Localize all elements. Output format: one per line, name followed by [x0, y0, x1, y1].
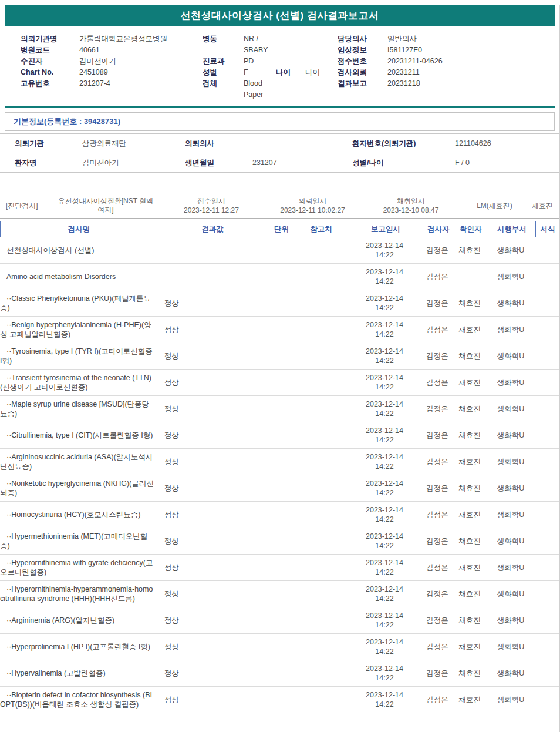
test-name: ··Tyrosinemia, type I (TYR I)(고타이로신혈증 I형… [0, 347, 156, 365]
requested-label: 의뢰일시 [267, 196, 358, 206]
field-label: Chart No. [21, 67, 79, 78]
report-page: 선천성대사이상검사 (선별) 검사결과보고서 의뢰기관명 가톨릭대학교은평성모병… [0, 5, 560, 732]
verifier-name: 채효진 [452, 246, 487, 256]
field-label: 의뢰기관명 [21, 33, 79, 45]
department-name: 생화학U [487, 642, 534, 652]
teal-divider [5, 106, 555, 108]
report-datetime-cell: 2023-12-14 14:22 [346, 558, 423, 577]
test-name: ··Maple syrup urine disease [MSUD](단풍당뇨증… [0, 399, 156, 418]
field-label: 수진자 [21, 56, 79, 67]
verifier-name: 채효진 [452, 483, 487, 493]
basic-info-box: 기본정보(등록번호 : 39428731) [5, 112, 555, 131]
result-value: 정상 [156, 536, 267, 546]
department-name: 생화학U [487, 404, 534, 414]
field-label-secondary [276, 33, 305, 56]
verifier-name: 채효진 [452, 404, 487, 414]
result-value: 정상 [156, 695, 267, 705]
field-value: 일반의사 [387, 33, 417, 45]
report-datetime-cell: 2023-12-14 14:22 [346, 452, 423, 471]
result-value: 정상 [156, 431, 267, 441]
collected-label: 채취일시 [358, 196, 464, 206]
test-name: Amino acid metabolism Disorders [0, 272, 156, 281]
result-row: ··Benign hyperphenylalaninemia (H-PHE)(양… [0, 317, 559, 343]
result-row: ··Hyperornithinemia-hyperammonemia-homoc… [0, 581, 559, 607]
header-field-row: 고유번호 231207-4 [21, 78, 203, 89]
result-value: 정상 [156, 510, 267, 520]
test-name: ··Hyperornithinemia-hyperammonemia-homoc… [0, 585, 156, 603]
field-label: 생년월일 [185, 153, 252, 173]
test-name: ··Hyperornithinemia with gyrate deficien… [0, 558, 156, 577]
result-row: ··Hyperprolinemia I (HP I)(고프롤린혈증 I형) 정상… [0, 634, 559, 660]
field-value [252, 134, 352, 153]
field-value: 삼광의료재단 [82, 134, 185, 153]
test-name: ··Argininosuccinic aciduria (ASA)(알지노석시닌… [0, 452, 156, 471]
result-row: ··Argininemia (ARG)(알지닌혈증) 정상 2023-12-14… [0, 607, 559, 634]
result-row: ··Transient tyrosinemia of the neonate (… [0, 370, 559, 396]
department-name: 생화학U [487, 431, 534, 441]
field-value: PD [244, 56, 276, 67]
field-value: 231207 [252, 153, 352, 173]
report-datetime: 2023-12-14 14:22 [361, 373, 408, 392]
report-datetime-cell: 2023-12-14 14:22 [346, 399, 423, 418]
report-datetime: 2023-12-14 14:22 [361, 690, 408, 709]
result-row: Amino acid metabolism Disorders 2023-12-… [0, 264, 559, 290]
report-datetime: 2023-12-14 14:22 [361, 320, 408, 339]
result-row: ··Citrullinemia, type I (CIT)(시트룰린혈증 I형)… [0, 422, 559, 449]
test-name: ··Citrullinemia, type I (CIT)(시트룰린혈증 I형) [0, 431, 156, 440]
test-name: ··Hyperprolinemia I (HP I)(고프롤린혈증 I형) [0, 642, 156, 652]
col-header-department: 시행부서 [488, 224, 535, 234]
report-datetime: 2023-12-14 14:22 [361, 479, 408, 498]
field-label: 성별 [203, 67, 244, 78]
report-datetime: 2023-12-14 14:22 [361, 399, 408, 418]
field-label: 결과보고 [338, 78, 387, 89]
tester-name: 김정은 [423, 669, 452, 679]
field-value: 20231211-04626 [387, 56, 443, 67]
field-value-secondary [305, 33, 338, 56]
collected-datetime-block: 채취일시 2023-12-10 08:47 [358, 196, 464, 215]
field-value: 김미선아기 [79, 56, 116, 67]
verifier-name: 채효진 [452, 298, 487, 308]
report-title-bar: 선천성대사이상검사 (선별) 검사결과보고서 [5, 5, 555, 26]
header-field-row: 접수번호 20231211-04626 [338, 56, 559, 67]
results-body: 선천성대사이상검사 (선별) 2023-12-14 14:22 김정은 채효진 … [0, 237, 559, 713]
order-test-name: 유전성대사이상질환[NST 혈액여지] [56, 197, 156, 214]
report-datetime: 2023-12-14 14:22 [361, 347, 408, 365]
report-datetime: 2023-12-14 14:22 [361, 294, 408, 313]
report-datetime: 2023-12-14 14:22 [361, 664, 408, 683]
order-summary-row: [진단검사] 유전성대사이상질환[NST 혈액여지] 접수일시 2023-12-… [0, 193, 559, 219]
header-field-row: 병원코드 40661 [21, 45, 203, 56]
result-value: 정상 [156, 378, 267, 388]
result-value: 정상 [156, 616, 267, 626]
department-name: 생화학U [487, 563, 534, 573]
tester-name: 김정은 [423, 483, 452, 493]
col-header-unit: 단위 [268, 224, 295, 234]
verifier-name: 채효진 [452, 351, 487, 361]
tester-name: 김정은 [423, 351, 452, 361]
result-row: ··Hypermethioninemia (MET)(고메티오닌혈증) 정상 2… [0, 528, 559, 555]
tester-name: 김정은 [423, 298, 452, 308]
verifier-name: 채효진 [452, 563, 487, 573]
received-value: 2023-12-11 12:27 [156, 206, 267, 215]
result-row: ··Maple syrup urine disease [MSUD](단풍당뇨증… [0, 396, 559, 422]
test-name: ··Biopterin defect in cofactor biosynthe… [0, 690, 156, 709]
department-name: 생화학U [487, 510, 534, 520]
tester-name: 김정은 [423, 510, 452, 520]
report-datetime-cell: 2023-12-14 14:22 [346, 294, 423, 313]
field-label: 의뢰기관 [0, 134, 82, 153]
report-datetime-cell: 2023-12-14 14:22 [346, 426, 423, 445]
field-value: 가톨릭대학교은평성모병원 [79, 33, 167, 45]
tester-name: 김정은 [423, 404, 452, 414]
verifier-name: 채효진 [452, 589, 487, 599]
result-value: 정상 [156, 325, 267, 335]
field-label: 환자번호(의뢰기관) [352, 134, 455, 153]
patient-row: 의뢰기관 삼광의료재단 의뢰의사 환자번호(의뢰기관) 121104626 [0, 134, 559, 153]
field-value: I581127F0 [387, 45, 422, 56]
tester-name: 김정은 [423, 695, 452, 705]
tester-name: 김정은 [423, 563, 452, 573]
field-label: 성별/나이 [352, 153, 455, 173]
header-field-row: 수진자 김미선아기 [21, 56, 203, 67]
header-field-row: 검사의뢰 20231211 [338, 67, 559, 78]
col-header-reference: 참고치 [295, 224, 348, 234]
department-name: 생화학U [487, 457, 534, 467]
result-row: ··Argininosuccinic aciduria (ASA)(알지노석시닌… [0, 449, 559, 475]
